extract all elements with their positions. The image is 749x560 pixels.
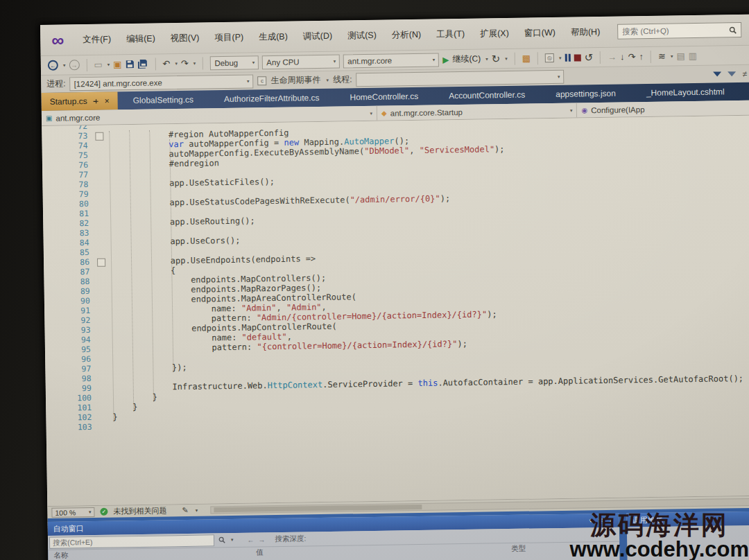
menu-item-8[interactable]: 工具(T) bbox=[429, 24, 472, 44]
toolbar-extra-icon[interactable]: ▥ bbox=[689, 51, 697, 60]
continue-play-icon[interactable]: ▶ bbox=[442, 55, 449, 64]
code-lens-icon[interactable]: ✎ bbox=[182, 507, 188, 514]
quick-search-box[interactable] bbox=[617, 22, 741, 40]
tab--lay[interactable]: _Lay bbox=[739, 82, 749, 100]
restart-caret[interactable]: ▾ bbox=[505, 56, 508, 62]
lifecycle-events-button[interactable]: 生命周期事件 bbox=[270, 74, 320, 87]
platform-dropdown[interactable]: Any CPU▾ bbox=[262, 54, 340, 69]
screenshot-icon[interactable]: ◎ bbox=[545, 53, 554, 62]
filter-funnel-edit-icon[interactable] bbox=[728, 71, 737, 76]
search-forward-icon[interactable]: → bbox=[258, 536, 265, 543]
show-next-statement-icon[interactable]: → bbox=[608, 53, 617, 62]
startup-project-dropdown[interactable]: ant.mgr.core▾ bbox=[343, 53, 439, 68]
break-all-button[interactable] bbox=[565, 54, 570, 62]
stop-debugging-button[interactable] bbox=[574, 54, 581, 61]
restart-app-button[interactable]: ↺ bbox=[584, 52, 593, 62]
fold-collapse-icon[interactable]: − bbox=[90, 131, 108, 141]
navigate-back-button[interactable]: ← bbox=[48, 60, 58, 71]
step-into-button[interactable]: ↓ bbox=[620, 53, 625, 62]
configuration-dropdown[interactable]: Debug▾ bbox=[210, 55, 259, 70]
toolbar-separator bbox=[155, 58, 155, 70]
call-stack-panel-titlebar[interactable]: 调用堆栈 bbox=[627, 511, 749, 527]
new-file-button[interactable]: ▭ bbox=[94, 60, 102, 69]
breadcrumb-member-dropdown[interactable]: ◉ Configure(IApp bbox=[577, 100, 749, 118]
process-dropdown[interactable]: [12424] ant.mgr.core.exe▾ bbox=[69, 74, 253, 91]
line-number: 78 bbox=[42, 180, 91, 190]
menu-item-0[interactable]: 文件(F) bbox=[75, 30, 119, 49]
menu-item-10[interactable]: 窗口(W) bbox=[517, 23, 564, 42]
tab-appsettings-json[interactable]: appsettings.json bbox=[540, 84, 631, 103]
line-number: 80 bbox=[43, 199, 92, 209]
menu-item-7[interactable]: 分析(N) bbox=[384, 25, 429, 44]
menu-item-1[interactable]: 编辑(E) bbox=[119, 29, 163, 49]
method-icon: ◉ bbox=[581, 106, 587, 114]
navigate-forward-button[interactable]: → bbox=[69, 60, 79, 70]
tab-startup-cs[interactable]: Startup.cs× bbox=[41, 91, 117, 111]
filter-funnel-icon[interactable] bbox=[714, 71, 722, 76]
menu-item-11[interactable]: 帮助(H) bbox=[563, 22, 608, 42]
toolbar-extra-icon[interactable]: ▤ bbox=[676, 51, 685, 60]
tab-accountcontroller-cs[interactable]: AccountController.cs bbox=[433, 85, 540, 105]
search-options-caret[interactable]: ▾ bbox=[231, 537, 234, 543]
suspend-threads-icon[interactable]: ≠ bbox=[742, 69, 747, 78]
redo-caret[interactable]: ▾ bbox=[193, 60, 196, 66]
menu-item-4[interactable]: 生成(B) bbox=[251, 27, 295, 46]
horizontal-scrollbar-thumb[interactable] bbox=[214, 505, 422, 512]
menu-item-3[interactable]: 项目(P) bbox=[207, 28, 251, 47]
line-number: 94 bbox=[45, 335, 94, 345]
undo-button[interactable]: ↶ bbox=[162, 59, 170, 68]
new-file-caret[interactable]: ▾ bbox=[107, 62, 110, 67]
continue-button[interactable]: 继续(C) bbox=[452, 53, 481, 66]
step-out-button[interactable]: ↑ bbox=[639, 52, 644, 61]
fold-margin bbox=[92, 277, 110, 286]
tab-authorizefilterattribute-cs[interactable]: AuthorizeFilterAttribute.cs bbox=[209, 89, 335, 109]
menu-item-6[interactable]: 测试(S) bbox=[340, 26, 384, 45]
fold-margin bbox=[93, 296, 111, 306]
search-icon[interactable] bbox=[218, 536, 225, 543]
open-file-icon[interactable]: ▣ bbox=[113, 60, 121, 69]
health-check-icon: ✓ bbox=[100, 508, 107, 516]
autos-search-input[interactable] bbox=[49, 534, 214, 549]
column-header-name[interactable]: 名称 bbox=[53, 550, 68, 560]
code-lens-caret[interactable]: ▾ bbox=[196, 507, 198, 513]
pin-icon[interactable] bbox=[598, 518, 603, 524]
window-position-caret[interactable]: ▾ bbox=[589, 517, 593, 524]
tab--homelayout-cshtml[interactable]: _HomeLayout.cshtml bbox=[631, 82, 740, 102]
fold-collapse-icon[interactable]: − bbox=[92, 257, 110, 267]
thread-dropdown[interactable]: ▾ bbox=[356, 69, 564, 86]
fold-margin bbox=[92, 238, 110, 247]
line-number: 82 bbox=[43, 218, 92, 229]
redo-button[interactable]: ↷ bbox=[181, 59, 189, 68]
menu-item-9[interactable]: 扩展(X) bbox=[472, 24, 517, 43]
attach-to-process-icon[interactable]: ▩ bbox=[522, 54, 531, 63]
continue-caret[interactable]: ▾ bbox=[485, 56, 488, 62]
quick-search-input[interactable] bbox=[622, 26, 729, 35]
zoom-level-dropdown[interactable]: 100 %▾ bbox=[51, 507, 94, 517]
toolbar-extra-icon[interactable]: ≋ bbox=[658, 52, 666, 61]
menu-item-5[interactable]: 调试(D) bbox=[295, 26, 341, 46]
menu-item-2[interactable]: 视图(V) bbox=[163, 28, 207, 48]
fold-margin bbox=[94, 403, 112, 412]
step-over-button[interactable]: ↷ bbox=[628, 52, 636, 61]
restart-button[interactable]: ↻ bbox=[492, 53, 501, 64]
column-header-value[interactable]: 值 bbox=[256, 548, 264, 557]
line-number: 100 bbox=[46, 393, 94, 403]
fold-margin bbox=[92, 189, 110, 199]
breadcrumb-type-dropdown[interactable]: ◆ ant.mgr.core.Startup▾ bbox=[377, 103, 578, 121]
toolbar-extra-caret[interactable]: ▾ bbox=[671, 53, 673, 59]
lifecycle-events-caret[interactable]: ▾ bbox=[327, 77, 329, 82]
code-editor[interactable]: 7273− #region AutoMapperConfig74 var aut… bbox=[42, 116, 749, 506]
save-all-button[interactable] bbox=[137, 60, 148, 69]
close-icon[interactable]: × bbox=[609, 516, 614, 525]
tab-globalsetting-cs[interactable]: GlobalSetting.cs bbox=[117, 90, 209, 110]
column-header-type[interactable]: 类型 bbox=[511, 544, 526, 554]
screenshot-caret[interactable]: ▾ bbox=[559, 55, 562, 60]
search-back-icon[interactable]: ← bbox=[247, 536, 254, 543]
tab-homecontroller-cs[interactable]: HomeController.cs bbox=[334, 87, 433, 107]
navigate-back-caret[interactable]: ▾ bbox=[63, 62, 66, 68]
lifecycle-events-icon[interactable]: c bbox=[257, 76, 266, 85]
close-icon[interactable]: × bbox=[105, 96, 110, 106]
save-button[interactable] bbox=[125, 60, 134, 69]
undo-caret[interactable]: ▾ bbox=[175, 61, 178, 67]
pin-icon[interactable] bbox=[93, 98, 99, 104]
